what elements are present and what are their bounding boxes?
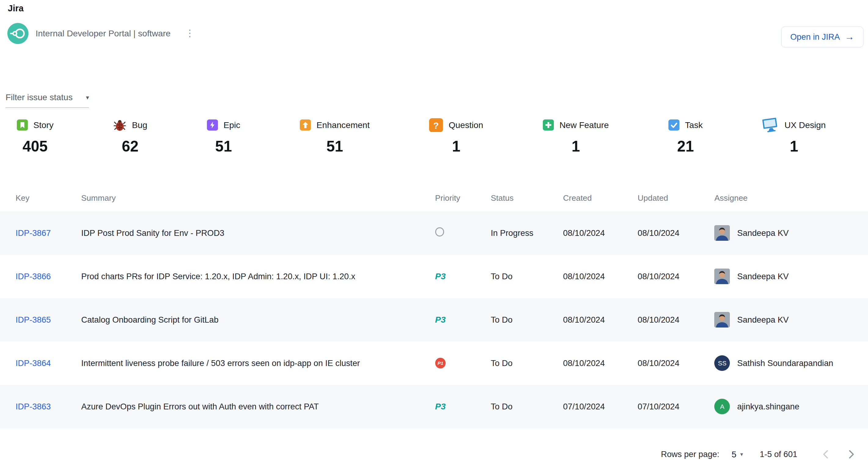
issue-key-link[interactable]: IDP-3865 <box>16 315 51 325</box>
assignee-name: Sandeepa KV <box>737 272 788 281</box>
issue-updated-date: 08/10/2024 <box>638 272 714 281</box>
counter-count: 51 <box>327 138 343 155</box>
counter-count: 1 <box>452 138 460 155</box>
task-icon <box>669 120 679 130</box>
issue-status: To Do <box>491 272 563 281</box>
issue-status: In Progress <box>491 228 563 238</box>
filter-label: Filter issue status <box>5 92 72 102</box>
project-name: Internal Developer Portal | software <box>35 28 170 38</box>
issue-type-counters: Story 405 <box>17 117 826 155</box>
project-logo-icon <box>7 23 28 44</box>
issue-updated-date: 08/10/2024 <box>638 358 714 368</box>
counter-label: New Feature <box>559 120 609 130</box>
chevron-down-icon: ▾ <box>740 451 743 458</box>
issue-created-date: 08/10/2024 <box>563 228 638 238</box>
counter-new-feature: New Feature 1 <box>543 117 609 155</box>
counter-count: 1 <box>790 138 798 155</box>
table-row: IDP-3865 Catalog Onboarding Script for G… <box>0 298 868 341</box>
counter-story: Story 405 <box>17 117 54 155</box>
issue-key-link[interactable]: IDP-3864 <box>16 358 51 368</box>
counter-label: Bug <box>132 120 147 130</box>
counter-ux-design: UX Design 1 <box>762 117 826 155</box>
counter-label: Task <box>685 120 703 130</box>
column-header-assignee: Assignee <box>714 193 868 203</box>
open-in-jira-button[interactable]: Open in JIRA → <box>781 27 864 47</box>
column-header-priority: Priority <box>435 193 491 203</box>
column-header-updated: Updated <box>638 193 714 203</box>
counter-task: Task 21 <box>669 117 703 155</box>
issue-summary: Prod charts PRs for IDP Service: 1.20.x,… <box>81 272 435 281</box>
epic-icon <box>207 120 218 130</box>
open-in-jira-label: Open in JIRA <box>790 32 840 42</box>
table-header-row: Key Summary Priority Status Created Upda… <box>0 185 868 211</box>
assignee-name: Sandeepa KV <box>737 228 788 238</box>
column-header-summary: Summary <box>81 193 435 203</box>
issue-status: To Do <box>491 315 563 325</box>
counter-count: 1 <box>571 138 580 155</box>
priority-p3-icon: P3 <box>435 315 446 325</box>
counter-epic: Epic 51 <box>207 117 240 155</box>
next-page-button[interactable] <box>844 447 859 462</box>
issue-updated-date: 07/10/2024 <box>638 402 714 411</box>
rows-per-page-value: 5 <box>732 450 737 460</box>
priority-p3-icon: P3 <box>435 271 446 281</box>
issue-updated-date: 08/10/2024 <box>638 315 714 325</box>
chevron-down-icon: ▾ <box>86 94 89 101</box>
issue-updated-date: 08/10/2024 <box>638 228 714 238</box>
issue-summary: Azure DevOps Plugin Errors out with Auth… <box>81 402 435 411</box>
rows-per-page-select[interactable]: 5 ▾ <box>732 450 743 460</box>
bug-icon <box>113 119 127 132</box>
issue-created-date: 07/10/2024 <box>563 402 638 411</box>
counter-label: Epic <box>223 120 240 130</box>
table-row: IDP-3866 Prod charts PRs for IDP Service… <box>0 255 868 298</box>
table-row: IDP-3867 IDP Post Prod Sanity for Env - … <box>0 211 868 255</box>
column-header-created: Created <box>563 193 638 203</box>
table-row: IDP-3863 Azure DevOps Plugin Errors out … <box>0 385 868 428</box>
counter-label: Question <box>449 120 483 130</box>
counter-question: ? Question 1 <box>429 117 483 155</box>
assignee-avatar: SS <box>714 355 730 371</box>
counter-count: 21 <box>677 138 694 155</box>
assignee-avatar <box>714 269 730 284</box>
jira-plugin-widget: Jira Internal Developer Portal | softwar… <box>0 0 868 465</box>
issues-table-body: IDP-3867 IDP Post Prod Sanity for Env - … <box>0 211 868 428</box>
enhancement-icon <box>300 120 311 130</box>
column-header-key: Key <box>16 193 81 203</box>
counter-bug: Bug 62 <box>113 117 147 155</box>
svg-text:?: ? <box>433 121 439 130</box>
pagination-range: 1-5 of 601 <box>760 450 797 459</box>
counter-label: UX Design <box>784 120 826 130</box>
issue-created-date: 08/10/2024 <box>563 272 638 281</box>
filter-issue-status-select[interactable]: Filter issue status ▾ <box>5 92 89 107</box>
question-icon: ? <box>429 118 443 132</box>
assignee-name: ajinkya.shingane <box>737 402 799 411</box>
issue-key-link[interactable]: IDP-3867 <box>16 228 51 238</box>
priority-none-icon <box>435 227 444 236</box>
issue-key-link[interactable]: IDP-3863 <box>16 402 51 411</box>
pagination-bar: Rows per page: 5 ▾ 1-5 of 601 <box>661 444 859 465</box>
counter-count: 51 <box>215 138 232 155</box>
assignee-avatar <box>714 225 730 241</box>
issue-created-date: 08/10/2024 <box>563 358 638 368</box>
project-header: Internal Developer Portal | software ⋮ <box>7 23 195 44</box>
previous-page-button[interactable] <box>818 447 833 462</box>
priority-p3-icon: P3 <box>435 401 446 411</box>
issue-key-link[interactable]: IDP-3866 <box>16 272 51 281</box>
assignee-name: Sandeepa KV <box>737 315 788 325</box>
kebab-menu-icon[interactable]: ⋮ <box>185 29 194 38</box>
issue-created-date: 08/10/2024 <box>563 315 638 325</box>
page-title: Jira <box>8 3 24 13</box>
issue-summary: Intermittent liveness probe failure / 50… <box>81 358 435 368</box>
counter-count: 62 <box>122 138 139 155</box>
issue-summary: Catalog Onboarding Script for GitLab <box>81 315 435 325</box>
issue-status: To Do <box>491 402 563 411</box>
issue-status: To Do <box>491 358 563 368</box>
counter-label: Story <box>33 120 54 130</box>
counter-label: Enhancement <box>317 120 370 130</box>
arrow-right-icon: → <box>845 32 854 42</box>
assignee-name: Sathish Soundarapandian <box>737 358 833 368</box>
counter-count: 405 <box>23 138 48 155</box>
ux-design-icon <box>761 117 780 134</box>
assignee-avatar <box>714 312 730 328</box>
counter-enhancement: Enhancement 51 <box>300 117 370 155</box>
